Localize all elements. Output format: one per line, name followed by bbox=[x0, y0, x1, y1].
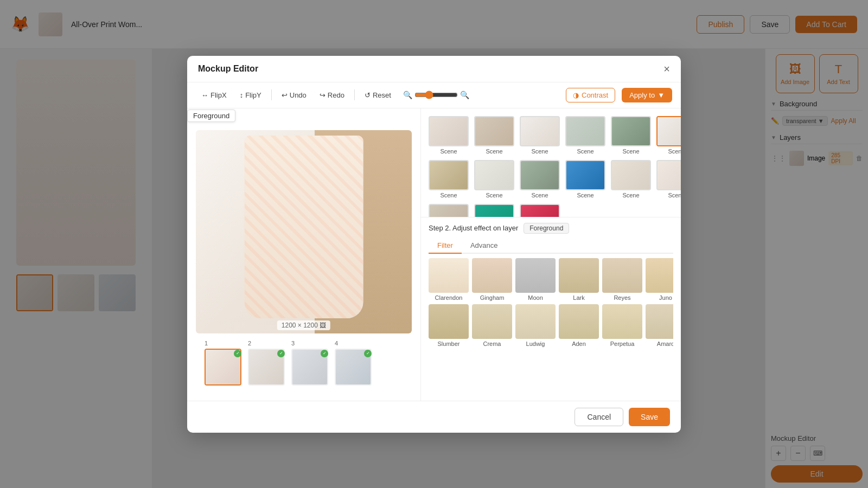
scene-item-11[interactable]: Scene bbox=[610, 159, 652, 200]
modal-save-button[interactable]: Save bbox=[629, 408, 670, 426]
filter-thumb-slumber bbox=[429, 304, 469, 339]
apply-to-chevron-icon: ▼ bbox=[658, 91, 665, 99]
page-thumb-2[interactable]: 2 ✓ bbox=[248, 340, 285, 386]
modal-canvas: 1200 × 1200 🖼 bbox=[196, 130, 412, 333]
flipy-icon: ↕ bbox=[240, 91, 244, 99]
filter-grid: Clarendon Gingham Moon Lark bbox=[429, 258, 673, 347]
page-thumb-1[interactable]: 1 ✓ bbox=[205, 340, 241, 386]
filter-reyes[interactable]: Reyes bbox=[602, 258, 642, 301]
filter-thumb-clarendon bbox=[429, 258, 469, 293]
filter-amaro[interactable]: Amaro bbox=[646, 304, 673, 347]
filter-crema[interactable]: Crema bbox=[472, 304, 512, 347]
scene-item-1[interactable]: Scene bbox=[427, 115, 470, 156]
flipy-button[interactable]: ↕ FlipY bbox=[234, 89, 267, 101]
contrast-icon: ◑ bbox=[573, 91, 579, 99]
scene-thumb-2 bbox=[474, 116, 514, 146]
check-badge-2: ✓ bbox=[277, 350, 285, 357]
filter-lark[interactable]: Lark bbox=[559, 258, 599, 301]
filter-tabs: Filter Advance bbox=[429, 238, 673, 254]
scene-item-4[interactable]: Scene bbox=[564, 115, 607, 156]
modal-body: Foreground 1200 × 1200 🖼 bbox=[187, 108, 681, 401]
filter-thumb-juno bbox=[646, 258, 673, 293]
check-badge-1: ✓ bbox=[234, 350, 241, 357]
modal-header: Mockup Editor × bbox=[187, 56, 681, 82]
filter-perpetua[interactable]: Perpetua bbox=[602, 304, 642, 347]
canvas-dress bbox=[245, 136, 363, 319]
scene-item-3[interactable]: Scene bbox=[519, 115, 561, 156]
filter-tab-filter[interactable]: Filter bbox=[429, 238, 462, 254]
filter-juno[interactable]: Juno bbox=[646, 258, 673, 301]
zoom-slider-area: 🔍 🔍 bbox=[403, 91, 469, 99]
redo-button[interactable]: ↪ Redo bbox=[314, 89, 350, 101]
redo-icon: ↪ bbox=[320, 91, 326, 99]
scene-thumb-4 bbox=[565, 116, 605, 146]
modal-left: Foreground 1200 × 1200 🖼 bbox=[187, 108, 420, 401]
zoom-out-icon: 🔍 bbox=[403, 91, 412, 99]
canvas-size-icon: 🖼 bbox=[320, 322, 326, 329]
filter-clarendon[interactable]: Clarendon bbox=[429, 258, 469, 301]
foreground-tag: Foreground bbox=[187, 110, 235, 122]
layer-badge: Foreground bbox=[524, 223, 569, 234]
modal-footer: Cancel Save bbox=[187, 401, 681, 433]
scene-thumb-7 bbox=[429, 160, 469, 190]
scene-item-8[interactable]: Scene bbox=[473, 159, 515, 200]
scene-item-13[interactable]: Scene bbox=[427, 203, 470, 217]
modal-title: Mockup Editor bbox=[198, 64, 258, 74]
divider-1 bbox=[271, 89, 272, 100]
scene-thumb-8 bbox=[474, 160, 514, 190]
modal-overlay: Mockup Editor × ↔ FlipX ↕ FlipY ↩ Undo ↪… bbox=[0, 0, 868, 488]
step2-area: Step 2. Adjust effect on layer Foregroun… bbox=[421, 217, 681, 352]
scene-thumb-5 bbox=[611, 116, 651, 146]
modal-right: Scene Scene Scene Scene bbox=[420, 108, 681, 401]
scene-thumb-15 bbox=[520, 204, 560, 217]
filter-thumb-ludwig bbox=[515, 304, 556, 339]
modal-toolbar: ↔ FlipX ↕ FlipY ↩ Undo ↪ Redo ↺ Reset bbox=[187, 82, 681, 108]
flipx-button[interactable]: ↔ FlipX bbox=[196, 89, 232, 101]
scene-thumb-14 bbox=[474, 204, 514, 217]
scene-item-14[interactable]: Scene bbox=[473, 203, 515, 217]
scene-item-7[interactable]: Scene bbox=[427, 159, 470, 200]
check-badge-3: ✓ bbox=[321, 350, 328, 357]
cancel-button[interactable]: Cancel bbox=[575, 408, 623, 426]
scene-thumb-9 bbox=[520, 160, 560, 190]
zoom-in-icon: 🔍 bbox=[460, 91, 469, 99]
filter-moon[interactable]: Moon bbox=[515, 258, 556, 301]
reset-button[interactable]: ↺ Reset bbox=[359, 89, 397, 101]
scene-thumb-3 bbox=[520, 116, 560, 146]
scene-item-9[interactable]: Scene bbox=[519, 159, 561, 200]
filter-thumb-aden bbox=[559, 304, 599, 339]
canvas-size-label: 1200 × 1200 🖼 bbox=[277, 320, 330, 330]
contrast-button[interactable]: ◑ Contrast bbox=[566, 88, 615, 102]
zoom-slider[interactable] bbox=[414, 91, 458, 99]
scene-item-2[interactable]: Scene bbox=[473, 115, 515, 156]
undo-button[interactable]: ↩ Undo bbox=[276, 89, 312, 101]
scene-item-10[interactable]: Scene bbox=[564, 159, 607, 200]
scene-grid-area: Scene Scene Scene Scene bbox=[421, 108, 681, 217]
filter-slumber[interactable]: Slumber bbox=[429, 304, 469, 347]
scene-thumb-11 bbox=[611, 160, 651, 190]
filter-thumb-crema bbox=[472, 304, 512, 339]
filter-thumb-moon bbox=[515, 258, 556, 293]
scene-item-12[interactable]: Scene bbox=[655, 159, 681, 200]
apply-to-button[interactable]: Apply to ▼ bbox=[622, 88, 672, 102]
filter-ludwig[interactable]: Ludwig bbox=[515, 304, 556, 347]
filter-thumb-gingham bbox=[472, 258, 512, 293]
scene-item-5[interactable]: Scene bbox=[610, 115, 652, 156]
filter-gingham[interactable]: Gingham bbox=[472, 258, 512, 301]
page-thumb-3[interactable]: 3 ✓ bbox=[291, 340, 328, 386]
scene-thumb-6 bbox=[656, 116, 681, 146]
filter-tab-advance[interactable]: Advance bbox=[462, 238, 507, 254]
filter-thumb-perpetua bbox=[602, 304, 642, 339]
scene-grid: Scene Scene Scene Scene bbox=[425, 113, 676, 217]
page-thumb-4[interactable]: 4 ✓ bbox=[335, 340, 372, 386]
modal-close-button[interactable]: × bbox=[663, 63, 670, 74]
canvas-image bbox=[196, 130, 412, 333]
filter-thumb-amaro bbox=[646, 304, 673, 339]
mockup-editor-modal: Mockup Editor × ↔ FlipX ↕ FlipY ↩ Undo ↪… bbox=[187, 56, 681, 433]
filter-thumb-reyes bbox=[602, 258, 642, 293]
scene-item-15[interactable]: Scene bbox=[519, 203, 561, 217]
undo-icon: ↩ bbox=[282, 91, 288, 99]
check-badge-4: ✓ bbox=[364, 350, 372, 357]
filter-aden[interactable]: Aden bbox=[559, 304, 599, 347]
scene-item-6[interactable]: Scene bbox=[655, 115, 681, 156]
